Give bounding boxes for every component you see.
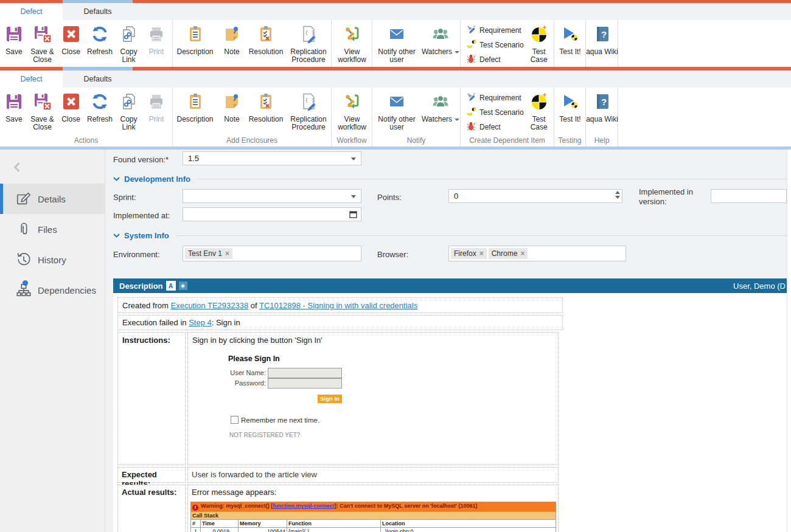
ribbon-button-requirement[interactable]: Requirement <box>467 91 524 105</box>
description-icon <box>186 92 204 113</box>
sprint-select[interactable] <box>183 189 361 203</box>
implemented-at-date-input[interactable] <box>183 207 361 221</box>
ribbon-button-refresh[interactable]: Refresh <box>85 20 114 67</box>
ribbon-button-resolution[interactable]: Resolution <box>246 20 285 67</box>
ribbon-button-test-case[interactable]: Test Case <box>524 88 554 136</box>
ribbon-button-resolution[interactable]: Resolution <box>246 88 285 136</box>
section-development-info[interactable]: Development Info <box>113 174 787 184</box>
ribbon-button-close[interactable]: Close <box>57 20 85 67</box>
sidebar-item-history[interactable]: History <box>0 244 105 275</box>
test-it-icon <box>561 25 579 46</box>
stepper-arrows[interactable] <box>615 191 620 199</box>
ribbon-button-watchers[interactable]: Watchers <box>421 88 460 136</box>
calendar-icon[interactable] <box>349 210 357 220</box>
ribbon-button-copy-link[interactable]: Copy Link <box>114 88 143 136</box>
implemented-in-version-input[interactable] <box>711 189 787 203</box>
ribbon-button-copy-link[interactable]: Copy Link <box>114 20 143 67</box>
tab-defect[interactable]: Defect <box>0 3 63 20</box>
svg-text:{ }: { } <box>305 97 315 103</box>
ribbon-button-close[interactable]: Close <box>57 88 85 136</box>
test-it-icon <box>561 92 579 113</box>
signin-title: Please Sign In <box>228 354 411 363</box>
resolution-icon <box>257 92 275 113</box>
defect-icon <box>467 122 476 133</box>
call-stack-column-header: # <box>191 520 201 528</box>
execution-link[interactable]: Execution TE2932338 <box>170 301 248 310</box>
created-from-line: Created from Execution TE2932338 of TC10… <box>117 297 563 313</box>
remove-tag-icon[interactable]: × <box>225 249 229 258</box>
chevron-down-icon <box>455 51 459 54</box>
ribbon-button-save[interactable]: Save <box>0 20 28 67</box>
ribbon-button-defect[interactable]: Defect <box>467 52 524 67</box>
ribbon-tabbar-2: Defect Defaults <box>0 71 791 88</box>
save-and-close-icon <box>33 92 52 113</box>
translate-icon[interactable]: ✶ <box>179 282 187 290</box>
close-icon <box>62 92 80 113</box>
ribbon-button-aqua-wiki[interactable]: ?aqua Wiki <box>586 20 618 67</box>
chevron-down-icon <box>351 195 356 198</box>
call-stack-column-header: Time <box>201 520 239 528</box>
mysql-connect-link[interactable]: function.mysql-connect <box>273 503 335 509</box>
aqua-wiki-icon: ? <box>593 92 612 113</box>
ribbon-group-testing: Test It! <box>554 20 586 67</box>
ribbon-button-view-workflow[interactable]: View workflow <box>332 20 372 67</box>
watchers-icon <box>431 25 450 46</box>
ribbon-button-requirement[interactable]: Requirement <box>467 23 524 38</box>
found-version-select[interactable]: 1.5 <box>183 151 361 165</box>
tab-defect[interactable]: Defect <box>0 71 63 88</box>
sidebar-item-dependencies[interactable]: Dependencies <box>0 275 105 305</box>
ribbon-button-description[interactable]: Description <box>173 20 217 67</box>
tab-defaults[interactable]: Defaults <box>63 3 133 20</box>
ribbon-group-create-dependent-item: RequirementTest ScenarioDefectTest Case <box>461 20 554 67</box>
ribbon-button-watchers[interactable]: Watchers <box>421 20 460 67</box>
ribbon-button-test-scenario[interactable]: Test Scenario <box>467 38 524 52</box>
ribbon-button-defect[interactable]: Defect <box>467 120 524 134</box>
scrollbar-track[interactable] <box>787 150 791 532</box>
ribbon-group-workflow: View workflow <box>332 20 372 67</box>
notify-other-user-icon <box>388 92 406 113</box>
ribbon-button-replication-procedure[interactable]: { }Replication Procedure <box>285 88 332 136</box>
points-stepper[interactable]: 0 <box>448 189 622 203</box>
password-input <box>268 378 342 389</box>
font-style-icon[interactable]: A <box>166 281 176 291</box>
tag-chip: Test Env 1× <box>185 248 232 259</box>
section-system-info[interactable]: System Info <box>113 231 787 240</box>
ribbon-button-note[interactable]: Note <box>217 88 246 136</box>
ribbon-button-test-it-[interactable]: Test It! <box>554 88 586 136</box>
browser-label: Browser: <box>377 250 408 259</box>
ribbon-button-test-it-[interactable]: Test It! <box>554 20 586 67</box>
test-case-link[interactable]: TC1012898 - Signing in with valid creden… <box>259 301 417 310</box>
ribbon-group-notify: Notify other userWatchers <box>372 20 461 67</box>
ribbon-button-aqua-wiki[interactable]: ?aqua Wiki <box>586 88 618 136</box>
step-link[interactable]: Step 4 <box>189 318 212 327</box>
remove-tag-icon[interactable]: × <box>479 249 484 258</box>
ribbon-button-note[interactable]: Note <box>217 20 246 67</box>
ribbon-button-save-close[interactable]: Save & Close <box>28 88 57 136</box>
collapse-sidebar-button[interactable] <box>12 162 22 175</box>
ribbon-button-replication-procedure[interactable]: { }Replication Procedure <box>285 20 332 67</box>
ribbon-button-save[interactable]: Save <box>0 88 28 136</box>
sidebar-item-files[interactable]: Files <box>0 214 105 244</box>
remove-tag-icon[interactable]: × <box>520 249 524 258</box>
ribbon-button-test-case[interactable]: Test Case <box>524 20 554 67</box>
ribbon-button-save-close[interactable]: Save & Close <box>28 20 57 67</box>
tab-defaults[interactable]: Defaults <box>63 71 133 88</box>
actual-results-text: Error message appears: <box>188 485 558 499</box>
ribbon-button-refresh[interactable]: Refresh <box>85 88 114 136</box>
tag-chip: Chrome× <box>489 248 528 259</box>
browser-tags-input[interactable]: Firefox×Chrome× <box>448 246 626 261</box>
ribbon-button-notify-other-user[interactable]: Notify other user <box>372 20 421 67</box>
implemented-at-label: Implemented at: <box>113 211 170 220</box>
ribbon-button-view-workflow[interactable]: View workflow <box>332 88 372 136</box>
actual-results-content-cell: Error message appears: !Warning: mysql_c… <box>187 485 559 532</box>
ribbon-button-notify-other-user[interactable]: Notify other user <box>372 88 421 136</box>
signin-form-screenshot: Please Sign In User Name: Password: Sign… <box>228 354 411 363</box>
implemented-in-version-label: Implemented in version: <box>639 187 709 207</box>
notification-dot <box>23 280 28 286</box>
environment-tags-input[interactable]: Test Env 1× <box>183 246 361 261</box>
ribbon-button-description[interactable]: Description <box>173 88 217 136</box>
sidebar-item-details[interactable]: Details <box>0 184 105 214</box>
ribbon-button-test-scenario[interactable]: Test Scenario <box>467 105 524 120</box>
ribbon-separator <box>0 147 791 150</box>
warning-icon: ! <box>192 505 198 511</box>
